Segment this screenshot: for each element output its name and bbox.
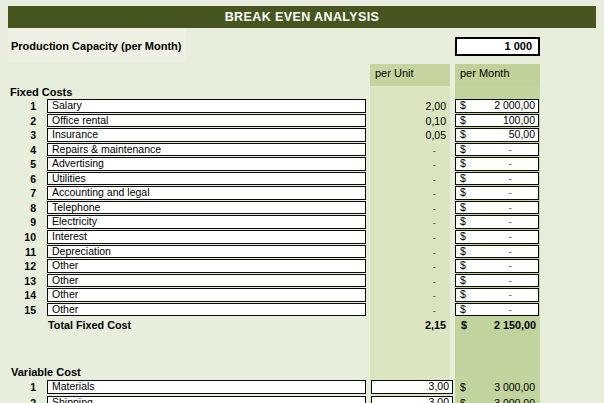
fixed-cost-per-month-value: - xyxy=(509,289,539,301)
variable-cost-name-cell[interactable]: Materials xyxy=(47,380,366,394)
fixed-cost-per-month-value: 2 000,00 xyxy=(494,100,538,112)
currency-symbol: $ xyxy=(456,100,466,112)
fixed-row-number: 13 xyxy=(8,274,36,288)
production-capacity-label: Production Capacity (per Month) xyxy=(11,40,182,52)
fixed-cost-per-month-value: 50,00 xyxy=(509,129,538,141)
fixed-row-number: 6 xyxy=(8,172,36,186)
fixed-cost-name-cell[interactable]: Telephone xyxy=(47,201,366,215)
right-margin xyxy=(596,6,604,28)
fixed-cost-per-month-cell[interactable]: $- xyxy=(455,172,539,186)
fixed-row-number: 9 xyxy=(8,215,36,229)
fixed-row-number: 4 xyxy=(8,143,36,157)
fixed-row-number: 10 xyxy=(8,230,36,244)
fixed-cost-name-cell[interactable]: Other xyxy=(47,274,366,288)
fixed-cost-per-month-value: - xyxy=(509,173,539,185)
currency-symbol: $ xyxy=(456,202,466,214)
fixed-cost-per-month-value: - xyxy=(509,202,539,214)
fixed-cost-per-month-value: - xyxy=(509,246,539,258)
fixed-cost-name-cell[interactable]: Other xyxy=(47,259,366,273)
page-title: BREAK EVEN ANALYSIS xyxy=(225,10,380,24)
fixed-row-number: 15 xyxy=(8,303,36,317)
total-fixed-cost-per-month: 2 150,00 xyxy=(455,318,536,332)
fixed-row-number: 11 xyxy=(8,245,36,259)
fixed-cost-per-month-cell[interactable]: $- xyxy=(455,201,539,215)
fixed-cost-per-month-value: - xyxy=(509,304,539,316)
fixed-row-number: 7 xyxy=(8,186,36,200)
currency-symbol: $ xyxy=(456,158,466,170)
currency-symbol: $ xyxy=(456,115,466,127)
fixed-cost-name-cell[interactable]: Depreciation xyxy=(47,245,366,259)
fixed-cost-per-unit-value: - xyxy=(370,143,436,157)
fixed-cost-per-month-value: - xyxy=(509,144,539,156)
fixed-cost-per-month-value: - xyxy=(509,260,539,272)
total-fixed-cost-per-unit: 2,15 xyxy=(370,318,446,332)
fixed-cost-per-month-value: - xyxy=(509,275,539,287)
currency-symbol: $ xyxy=(456,187,466,199)
variable-cost-per-unit-cell[interactable]: 3,00 xyxy=(371,396,453,403)
fixed-cost-per-unit-value: - xyxy=(370,186,436,200)
fixed-cost-per-unit-value: - xyxy=(370,215,436,229)
fixed-cost-per-month-cell[interactable]: $2 000,00 xyxy=(455,99,539,113)
variable-row-number: 1 xyxy=(8,380,36,394)
fixed-cost-per-month-cell[interactable]: $- xyxy=(455,143,539,157)
fixed-cost-per-month-cell[interactable]: $- xyxy=(455,186,539,200)
fixed-cost-per-month-cell[interactable]: $- xyxy=(455,230,539,244)
fixed-cost-per-unit-value: - xyxy=(370,303,436,317)
left-margin xyxy=(0,6,8,62)
fixed-row-number: 12 xyxy=(8,259,36,273)
currency-symbol: $ xyxy=(456,173,466,185)
break-even-analysis-sheet: BREAK EVEN ANALYSIS Production Capacity … xyxy=(0,0,604,403)
fixed-row-number: 1 xyxy=(8,99,36,113)
fixed-cost-per-unit-value: - xyxy=(370,230,436,244)
variable-cost-per-unit-cell[interactable]: 3,00 xyxy=(371,380,453,394)
variable-cost-per-month-value: 3 000,00 xyxy=(455,396,535,403)
fixed-cost-per-unit-value: 0,05 xyxy=(370,128,446,142)
fixed-cost-name-cell[interactable]: Office rental xyxy=(47,114,366,128)
fixed-cost-per-unit-value: 0,10 xyxy=(370,114,446,128)
fixed-cost-name-cell[interactable]: Repairs & maintenance xyxy=(47,143,366,157)
fixed-cost-name-cell[interactable]: Other xyxy=(47,288,366,302)
fixed-row-number: 2 xyxy=(8,114,36,128)
fixed-row-number: 5 xyxy=(8,157,36,171)
fixed-cost-per-month-cell[interactable]: $- xyxy=(455,157,539,171)
currency-symbol: $ xyxy=(456,304,466,316)
currency-symbol: $ xyxy=(456,231,466,243)
fixed-cost-per-month-value: 100,00 xyxy=(503,115,538,127)
fixed-cost-per-unit-value: - xyxy=(370,274,436,288)
fixed-cost-per-month-value: - xyxy=(509,187,539,199)
fixed-cost-per-month-value: - xyxy=(509,216,539,228)
per-unit-column-header: per Unit xyxy=(375,67,414,79)
currency-symbol: $ xyxy=(456,144,466,156)
fixed-cost-per-month-cell[interactable]: $- xyxy=(455,245,539,259)
fixed-cost-name-cell[interactable]: Interest xyxy=(47,230,366,244)
fixed-cost-name-cell[interactable]: Accounting and legal xyxy=(47,186,366,200)
fixed-cost-name-cell[interactable]: Utilities xyxy=(47,172,366,186)
fixed-cost-per-month-cell[interactable]: $- xyxy=(455,288,539,302)
currency-symbol: $ xyxy=(456,216,466,228)
fixed-cost-per-month-cell[interactable]: $50,00 xyxy=(455,128,539,142)
fixed-cost-per-month-cell[interactable]: $- xyxy=(455,215,539,229)
total-fixed-cost-label: Total Fixed Cost xyxy=(48,318,131,332)
fixed-cost-per-unit-value: - xyxy=(370,201,436,215)
fixed-cost-per-month-cell[interactable]: $- xyxy=(455,274,539,288)
fixed-row-number: 14 xyxy=(8,288,36,302)
title-bar: BREAK EVEN ANALYSIS xyxy=(8,6,596,28)
fixed-cost-name-cell[interactable]: Advertising xyxy=(47,157,366,171)
fixed-cost-name-cell[interactable]: Electricity xyxy=(47,215,366,229)
fixed-costs-section-label: Fixed Costs xyxy=(10,86,72,98)
fixed-cost-name-cell[interactable]: Salary xyxy=(47,99,366,113)
fixed-cost-per-month-cell[interactable]: $- xyxy=(455,303,539,317)
variable-cost-name-cell[interactable]: Shipping xyxy=(47,396,366,403)
fixed-cost-per-unit-value: - xyxy=(370,157,436,171)
fixed-cost-per-month-cell[interactable]: $- xyxy=(455,259,539,273)
per-month-column-header: per Month xyxy=(460,67,510,79)
production-capacity-input[interactable]: 1 000 xyxy=(455,37,540,56)
currency-symbol: $ xyxy=(456,275,466,287)
currency-symbol: $ xyxy=(456,246,466,258)
fixed-cost-per-month-cell[interactable]: $100,00 xyxy=(455,114,539,128)
fixed-cost-name-cell[interactable]: Insurance xyxy=(47,128,366,142)
currency-symbol: $ xyxy=(456,129,466,141)
currency-symbol: $ xyxy=(456,260,466,272)
fixed-cost-name-cell[interactable]: Other xyxy=(47,303,366,317)
fixed-row-number: 8 xyxy=(8,201,36,215)
